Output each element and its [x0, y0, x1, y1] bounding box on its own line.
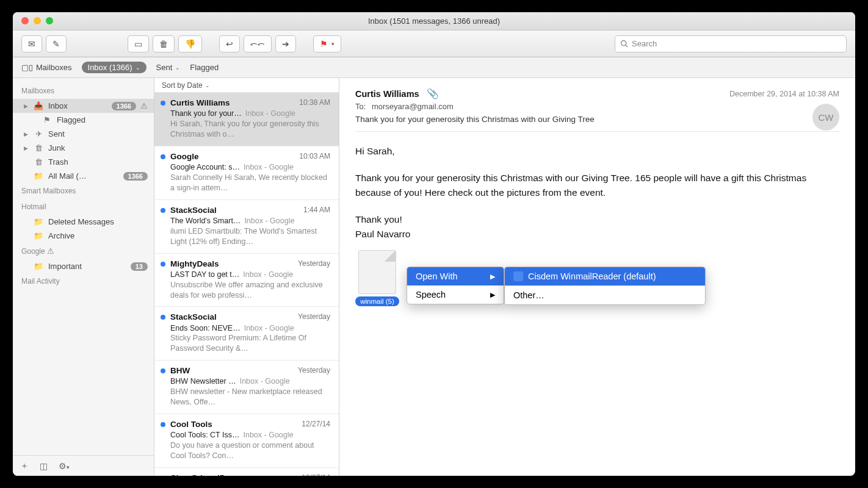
message-preview: ilumi LED Smartbulb: The World's Smartes…	[170, 226, 330, 247]
message-location: Inbox - Google	[243, 430, 293, 440]
search-input[interactable]: Search	[615, 35, 847, 52]
sidebar-item[interactable]: 📁All Mail (…1366	[13, 169, 154, 183]
minimize-window-button[interactable]	[34, 17, 41, 24]
svg-line-1	[626, 45, 627, 47]
delete-button[interactable]: 🗑	[153, 35, 175, 52]
message-row[interactable]: Google10:03 AMGoogle Account: s…Inbox - …	[154, 146, 339, 200]
folder-icon: ✈	[33, 129, 44, 138]
message-from: BHW	[170, 365, 190, 376]
message-row[interactable]: Curtis Williams10:38 AMThank you for you…	[154, 93, 339, 146]
sidebar-section-header: Hotmail	[13, 199, 154, 215]
sidebar-item-label: Sent	[48, 129, 148, 138]
message-body: Hi Sarah, Thank you for your generosity …	[355, 144, 839, 242]
message-preview: Unsubscribe We offer amazing and exclusi…	[170, 280, 330, 301]
reply-all-button[interactable]: ⤺⤺	[244, 35, 272, 52]
message-row[interactable]: StackSocial1:44 AMThe World's Smart…Inbo…	[154, 200, 339, 254]
chevron-down-icon: ⌄	[136, 65, 140, 71]
ctx-open-with[interactable]: Open With ▶	[407, 267, 504, 285]
sidebar-section-header: Smart Mailboxes	[13, 183, 154, 199]
sidebar-item[interactable]: ▶📥Inbox1366⚠	[13, 99, 154, 113]
action-menu-button[interactable]: ⚙︎▾	[59, 461, 70, 471]
sidebar-section-header: Google ⚠	[13, 243, 154, 259]
message-header: Curtis Williams 📎 December 29, 2014 at 1…	[355, 88, 839, 132]
message-from: Cool Tools	[170, 419, 212, 430]
sidebar-item[interactable]: ▶✈Sent	[13, 127, 154, 141]
context-menu[interactable]: Open With ▶ Speech ▶	[407, 267, 504, 304]
flag-button[interactable]: ⚑ ▾	[313, 35, 341, 52]
sidebar-icon: ▢▯	[21, 63, 33, 72]
message-row[interactable]: MightyDealsYesterdayLAST DAY to get t…In…	[154, 254, 339, 307]
sidebar-footer: ＋ ◫ ⚙︎▾	[13, 455, 154, 476]
forward-button[interactable]: ➔	[275, 35, 296, 52]
folder-icon: 🗑	[33, 157, 44, 167]
chevron-down-icon: ⌄	[175, 65, 180, 71]
message-subject: BHW Newsletter …	[170, 376, 236, 387]
fav-flagged[interactable]: Flagged	[190, 63, 219, 72]
disclosure-triangle-icon: ▶	[24, 131, 29, 137]
sidebar-item[interactable]: ▶🗑Junk	[13, 141, 154, 155]
svg-point-0	[621, 41, 626, 46]
unread-dot-icon	[161, 315, 165, 320]
sidebar-item[interactable]: 📁Important13	[13, 259, 154, 273]
sidebar-item-label: All Mail (…	[48, 171, 119, 181]
reader-to-line: To: morseyara@gmail.com	[355, 102, 839, 111]
add-mailbox-button[interactable]: ＋	[20, 461, 29, 472]
search-icon	[620, 40, 628, 48]
toolbar: ✉ ✎ ▭ 🗑 👎 ↩ ⤺⤺ ➔ ⚑ ▾ Search	[13, 30, 855, 57]
sidebar-item[interactable]: 🗑Trash	[13, 155, 154, 169]
favorites-bar: ▢▯ Mailboxes Inbox (1366) ⌄ Sent ⌄ Flagg…	[13, 57, 855, 78]
zoom-window-button[interactable]	[46, 17, 53, 24]
alert-icon: ⚠	[140, 101, 148, 110]
message-date: Yesterday	[298, 312, 330, 323]
sidebar: Mailboxes▶📥Inbox1366⚠⚑Flagged▶✈Sent▶🗑Jun…	[13, 78, 154, 476]
message-row[interactable]: StackSocialYesterdayEnds Soon: NEVE…Inbo…	[154, 307, 339, 361]
junk-button[interactable]: 👎	[178, 35, 202, 52]
message-date: 12/27/14	[302, 473, 330, 476]
fav-inbox-pill[interactable]: Inbox (1366) ⌄	[82, 62, 146, 73]
sidebar-item[interactable]: 📁Deleted Messages	[13, 215, 154, 229]
reader-from: Curtis Williams	[355, 89, 419, 99]
reader-to[interactable]: morseyara@gmail.com	[372, 102, 454, 111]
open-with-submenu[interactable]: Cisdem WinmailReader (default) Other…	[504, 267, 706, 305]
sidebar-item[interactable]: ⚑Flagged	[13, 113, 154, 127]
compose-button[interactable]: ✎	[46, 35, 67, 52]
message-location: Inbox - Google	[244, 162, 294, 173]
mailboxes-toggle[interactable]: ▢▯ Mailboxes	[21, 63, 72, 72]
unread-dot-icon	[161, 208, 165, 213]
sidebar-item-label: Flagged	[57, 115, 148, 124]
message-date: Yesterday	[298, 259, 330, 270]
message-date: 10:38 AM	[299, 98, 330, 109]
archive-button[interactable]: ▭	[128, 35, 149, 52]
ctx-other[interactable]: Other…	[505, 286, 705, 304]
traffic-lights	[21, 17, 53, 24]
attachment[interactable]: winmail (5)	[355, 250, 399, 306]
folder-icon: 📁	[33, 217, 44, 226]
unread-dot-icon	[161, 368, 165, 373]
sidebar-item[interactable]: 📁Archive	[13, 229, 154, 243]
message-location: Inbox - Google	[244, 323, 294, 334]
attachment-label: winmail (5)	[355, 296, 399, 306]
message-subject: The World's Smart…	[170, 216, 241, 226]
avatar: CW	[812, 104, 839, 131]
message-location: Inbox - Google	[245, 109, 295, 119]
show-activity-button[interactable]: ◫	[40, 461, 48, 471]
app-icon	[513, 271, 523, 281]
folder-icon: 🗑	[33, 143, 44, 152]
folder-icon: ⚑	[42, 115, 52, 124]
sidebar-item-label: Archive	[48, 231, 148, 240]
message-row[interactable]: BHWYesterdayBHW Newsletter …Inbox - Goog…	[154, 361, 339, 414]
chevron-right-icon: ▶	[490, 291, 495, 299]
folder-icon: 📁	[33, 231, 44, 240]
ctx-speech[interactable]: Speech ▶	[407, 285, 504, 304]
fav-sent[interactable]: Sent ⌄	[156, 63, 181, 72]
close-window-button[interactable]	[21, 17, 29, 24]
reader-date: December 29, 2014 at 10:38 AM	[729, 90, 839, 98]
message-from: StackSocial	[170, 205, 217, 216]
sort-button[interactable]: Sort by Date ⌄	[154, 78, 339, 93]
get-mail-button[interactable]: ✉	[21, 35, 42, 52]
message-date: 10:03 AM	[299, 151, 330, 162]
ctx-app-default[interactable]: Cisdem WinmailReader (default)	[505, 267, 705, 285]
reply-button[interactable]: ↩	[219, 35, 240, 52]
message-row[interactable]: Clay @ LeadPages12/27/14	[154, 468, 339, 476]
message-row[interactable]: Cool Tools12/27/14Cool Tools: CT Iss…Inb…	[154, 414, 339, 468]
